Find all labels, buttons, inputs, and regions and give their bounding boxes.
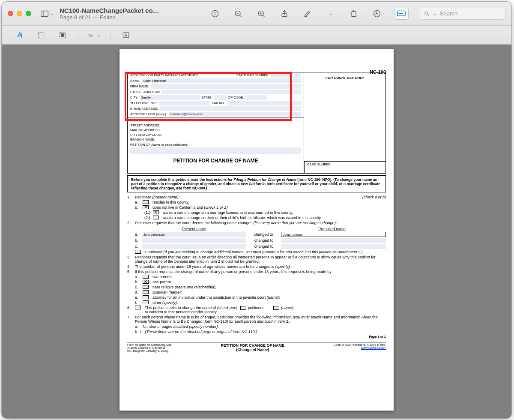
- col-present-name: Present name: [140, 227, 248, 231]
- checkbox-5a[interactable]: [143, 275, 149, 279]
- svg-point-17: [400, 13, 401, 14]
- field-attorney-for[interactable]: newname@inconnu.com: [169, 112, 301, 117]
- info-button[interactable]: [209, 8, 221, 20]
- checkbox-1b[interactable]: [143, 205, 149, 209]
- label-street: STREET ADDRESS:: [130, 90, 160, 94]
- field-state-bar[interactable]: [271, 73, 301, 78]
- footer-right: Code of Civil Procedure, § 1275 et seq. …: [334, 343, 386, 349]
- label-court-mail: MAILING ADDRESS:: [130, 128, 161, 132]
- field-firm[interactable]: [151, 84, 301, 89]
- markup-toolbar: ⌄: [2, 26, 511, 45]
- label-city: CITY:: [130, 96, 138, 99]
- field-fax[interactable]: [227, 101, 301, 105]
- field-zip[interactable]: [245, 95, 267, 100]
- checkbox-5b[interactable]: [143, 280, 149, 284]
- label-name: NAME:: [130, 79, 140, 83]
- field-present-b[interactable]: [142, 238, 246, 243]
- chevron-down-icon: ⌄: [329, 11, 333, 16]
- label-fax: FAX NO.:: [212, 101, 226, 105]
- markup-button[interactable]: [371, 8, 383, 20]
- chevron-down-icon: ⌄: [433, 11, 436, 16]
- close-window-button[interactable]: [8, 11, 13, 16]
- document-canvas[interactable]: NC-100 ATTORNEY OR PARTY WITHOUT ATTORNE…: [2, 45, 511, 418]
- checkbox-continued[interactable]: [135, 250, 141, 254]
- field-petition-of[interactable]: [130, 147, 301, 154]
- label-attorney: ATTORNEY OR PARTY WITHOUT ATTORNEY: [130, 73, 198, 77]
- label-state-bar: STATE BAR NUMBER:: [236, 73, 269, 77]
- zoom-in-button[interactable]: [255, 8, 267, 20]
- rotate-button[interactable]: [348, 8, 360, 20]
- checkbox-5d[interactable]: [143, 290, 149, 294]
- page-number: Page 1 of 1: [127, 335, 386, 339]
- checkbox-5f[interactable]: [143, 300, 149, 304]
- svg-rect-0: [41, 11, 48, 16]
- svg-rect-22: [38, 32, 44, 38]
- search-icon: [424, 11, 430, 17]
- svg-line-9: [263, 15, 264, 17]
- field-proposed-b[interactable]: [281, 238, 386, 243]
- highlight-button[interactable]: [302, 8, 314, 20]
- highlight-menu-button[interactable]: ⌄: [325, 8, 337, 20]
- label-attorney-for: ATTORNEY FOR (name):: [130, 112, 167, 116]
- field-state[interactable]: [214, 95, 226, 100]
- field-street[interactable]: [161, 90, 301, 94]
- field-present-a[interactable]: John Johansson: [142, 232, 246, 237]
- zoom-out-button[interactable]: [232, 8, 244, 20]
- pdf-page[interactable]: NC-100 ATTORNEY OR PARTY WITHOUT ATTORNE…: [120, 49, 394, 411]
- checkbox-5e[interactable]: [143, 295, 149, 299]
- sidebar-toggle-button[interactable]: ⌄: [40, 8, 54, 20]
- search-field[interactable]: ⌄ Search: [420, 8, 505, 20]
- checkbox-1a[interactable]: [143, 200, 149, 204]
- field-city[interactable]: Seattle: [140, 95, 200, 100]
- document-title: NC100-NameChangePacket co…: [60, 7, 159, 14]
- checkbox-1b2[interactable]: [153, 216, 159, 219]
- courts-link[interactable]: www.courts.ca.gov: [334, 346, 386, 349]
- checkbox-5c[interactable]: [143, 285, 149, 289]
- signature-tool[interactable]: ⌄: [88, 29, 101, 41]
- checkbox-6[interactable]: [135, 306, 141, 309]
- checkbox-6-name[interactable]: [273, 306, 279, 310]
- field-proposed-c[interactable]: [281, 244, 386, 249]
- field-email[interactable]: [160, 106, 301, 111]
- form-title: PETITION FOR CHANGE OF NAME: [128, 155, 304, 166]
- label-court-branch: BRANCH NAME:: [130, 138, 155, 141]
- svg-rect-24: [61, 33, 64, 36]
- titlebar: ⌄ NC100-NameChangePacket co… Page 8 of 2…: [2, 2, 511, 26]
- redact-tool[interactable]: [57, 29, 69, 41]
- label-state: STATE:: [202, 96, 212, 99]
- field-present-c[interactable]: [142, 244, 246, 249]
- form-fill-button[interactable]: [394, 8, 409, 20]
- label-case-number: CASE NUMBER:: [304, 161, 386, 173]
- minimize-window-button[interactable]: [17, 11, 22, 16]
- checkbox-6-petitioner[interactable]: [240, 306, 246, 310]
- footer-left: Form Adopted for Mandatory Use Judicial …: [127, 343, 172, 352]
- rect-select-tool[interactable]: [35, 29, 47, 41]
- search-placeholder: Search: [440, 10, 457, 17]
- svg-point-16: [399, 13, 400, 14]
- document-subtitle: Page 8 of 21 — Edited: [60, 14, 159, 21]
- svg-point-4: [215, 12, 215, 12]
- svg-rect-13: [352, 12, 356, 17]
- autofill-form-tool[interactable]: [120, 29, 132, 41]
- window-controls: [8, 11, 31, 16]
- label-check-a-or-b: (check a or b): [362, 195, 386, 199]
- footer-title: PETITION FOR CHANGE OF NAME (Change of N…: [221, 343, 284, 352]
- svg-line-20: [427, 15, 429, 16]
- zoom-window-button[interactable]: [26, 11, 31, 16]
- field-proposed-a[interactable]: Johan Johnson: [281, 232, 386, 237]
- svg-point-19: [425, 12, 428, 15]
- label-firm: FIRM NAME:: [130, 84, 149, 88]
- label-zip: ZIP CODE:: [228, 96, 244, 99]
- checkbox-1b1[interactable]: [153, 210, 159, 214]
- field-name[interactable]: Glenn Fleishman: [142, 78, 301, 83]
- label-superior-court: SUPERIOR COURT OF CALIFORNIA, COUNTY OF: [128, 117, 304, 123]
- text-select-tool[interactable]: [14, 29, 26, 41]
- toolbar-divider: [78, 30, 78, 40]
- label-court-cityzip: CITY AND ZIP CODE:: [130, 133, 162, 137]
- svg-point-18: [402, 13, 403, 14]
- svg-line-6: [239, 15, 241, 17]
- share-button[interactable]: [278, 8, 290, 20]
- label-court-street: STREET ADDRESS:: [130, 123, 160, 127]
- field-tel[interactable]: [159, 101, 210, 105]
- label-email: E-MAIL ADDRESS:: [130, 107, 158, 111]
